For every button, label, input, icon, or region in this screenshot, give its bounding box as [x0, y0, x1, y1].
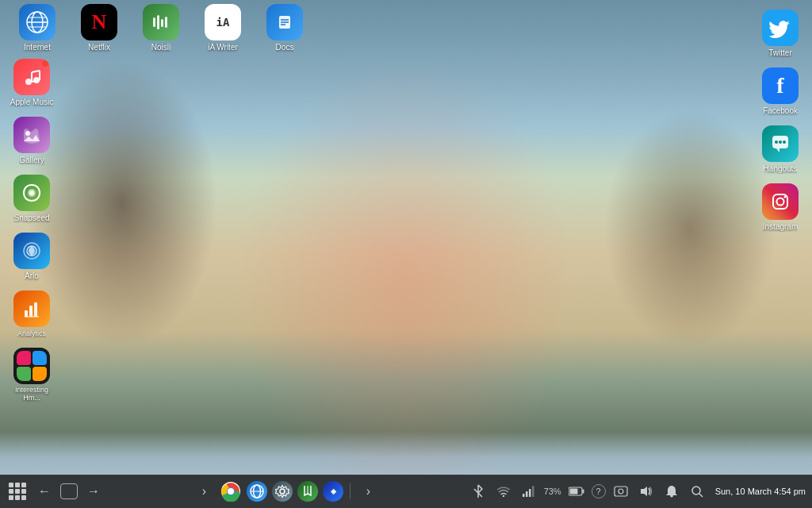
svg-point-33 — [777, 198, 784, 206]
snapseed-icon — [13, 175, 50, 211]
facebook-icon: f — [762, 67, 799, 104]
app-icon-noisli[interactable]: Noisli — [133, 1, 189, 56]
svg-rect-46 — [529, 489, 531, 497]
app-icon-twitter[interactable]: Twitter — [753, 6, 808, 61]
notifications-icon[interactable] — [661, 481, 682, 502]
app-icon-facebook[interactable]: f Facebook — [753, 64, 808, 119]
svg-rect-50 — [569, 489, 577, 495]
interesting-label: Interesting Hm... — [7, 387, 56, 402]
internet-label: Internet — [24, 43, 51, 52]
apps-grid-button[interactable] — [6, 480, 29, 502]
svg-point-41 — [280, 489, 285, 494]
noisli-label: Noisli — [151, 43, 170, 52]
netflix-label: Netflix — [88, 43, 110, 52]
search-icon[interactable] — [687, 481, 707, 502]
svg-point-52 — [619, 489, 623, 494]
taskbar-samsung[interactable]: ◈ — [323, 481, 343, 502]
taskbar-divider — [350, 483, 350, 499]
svg-rect-7 — [161, 19, 163, 27]
taskbar-right: 73% ? — [468, 481, 806, 502]
svg-rect-44 — [523, 494, 525, 497]
svg-marker-53 — [641, 487, 647, 496]
svg-point-37 — [228, 488, 234, 495]
gallery-label: Gallery — [19, 156, 44, 165]
taskbar-internet[interactable] — [247, 481, 267, 502]
grid-icon — [9, 483, 26, 500]
forward-button[interactable]: → — [82, 480, 105, 502]
apple-music-label: Apple Music — [10, 98, 53, 107]
svg-point-29 — [775, 140, 778, 144]
app-icon-netflix[interactable]: N Netflix — [71, 1, 127, 56]
arlo-icon — [13, 233, 50, 269]
svg-point-20 — [29, 190, 34, 195]
svg-rect-49 — [582, 490, 584, 494]
app-icon-instagram[interactable]: Instagram — [753, 180, 808, 235]
svg-point-31 — [783, 140, 786, 144]
svg-point-34 — [784, 196, 787, 198]
gallery-icon — [13, 117, 50, 153]
svg-rect-23 — [25, 310, 28, 317]
taskbar-center: › — [105, 480, 468, 502]
taskbar-settings[interactable] — [272, 481, 293, 502]
apple-music-icon — [13, 59, 50, 95]
instagram-label: Instagram — [763, 222, 798, 232]
svg-rect-51 — [615, 487, 627, 496]
arlo-label: Arlo — [25, 271, 39, 281]
svg-point-13 — [25, 79, 32, 85]
wifi-icon[interactable] — [493, 481, 514, 502]
screenshot-icon[interactable] — [611, 481, 631, 502]
hangouts-label: Hangouts — [764, 164, 798, 174]
window-button[interactable] — [60, 483, 78, 499]
ia-writer-icon: iA — [205, 4, 241, 40]
app-icon-ia-writer[interactable]: iA iA Writer — [195, 1, 251, 56]
svg-line-55 — [699, 494, 703, 497]
facebook-label: Facebook — [763, 106, 798, 116]
back-button[interactable]: ← — [33, 480, 56, 502]
taskbar-chrome[interactable] — [220, 480, 242, 502]
app-icon-interesting[interactable]: Interesting Hm... — [4, 344, 59, 406]
analytics-label: Analytics — [17, 329, 46, 338]
taskbar-arrow-left[interactable]: › — [193, 480, 215, 502]
svg-rect-47 — [532, 486, 534, 497]
help-icon[interactable]: ? — [592, 484, 606, 498]
volume-icon[interactable] — [636, 481, 657, 502]
app-icon-apple-music[interactable]: Apple Music — [4, 56, 59, 110]
app-icon-analytics[interactable]: Analytics — [4, 287, 59, 341]
instagram-icon — [762, 183, 799, 220]
app-icon-arlo[interactable]: Arlo — [4, 229, 59, 284]
left-sidebar: Apple Music Gallery Snapseed — [0, 56, 63, 406]
svg-point-43 — [502, 495, 504, 497]
svg-point-30 — [779, 140, 782, 144]
app-icon-internet[interactable]: Internet — [10, 1, 65, 56]
snapseed-label: Snapseed — [13, 214, 49, 223]
hangouts-icon — [762, 125, 799, 162]
internet-icon — [19, 4, 56, 40]
signal-icon[interactable] — [519, 481, 539, 502]
svg-rect-8 — [165, 17, 167, 28]
docs-label: Docs — [276, 43, 294, 52]
taskbar-more[interactable]: › — [357, 480, 379, 502]
taskbar-maps[interactable] — [297, 481, 318, 502]
app-icon-docs[interactable]: Docs — [257, 1, 312, 56]
docs-icon — [266, 4, 303, 40]
app-icon-hangouts[interactable]: Hangouts — [753, 122, 808, 177]
app-icon-snapseed[interactable]: Snapseed — [4, 171, 59, 226]
interesting-icon — [13, 348, 50, 384]
analytics-icon — [13, 291, 50, 327]
right-sidebar: Twitter f Facebook Hangouts Instagram — [749, 0, 812, 235]
taskbar-left: ← → — [6, 480, 105, 502]
top-dock: Internet N Netflix Noisli iA iA Writer — [0, 0, 812, 56]
twitter-label: Twitter — [768, 48, 791, 58]
svg-point-19 — [25, 131, 30, 136]
svg-marker-28 — [776, 148, 779, 152]
wallpaper-overlay — [0, 0, 812, 508]
taskbar: ← → › — [0, 475, 812, 508]
svg-rect-5 — [153, 17, 155, 27]
noisli-icon — [143, 4, 179, 40]
bluetooth-icon[interactable] — [468, 481, 488, 502]
ia-writer-label: iA Writer — [208, 43, 238, 52]
svg-point-54 — [692, 487, 700, 495]
svg-rect-45 — [526, 491, 528, 497]
app-icon-gallery[interactable]: Gallery — [4, 114, 59, 168]
twitter-icon — [762, 10, 799, 46]
